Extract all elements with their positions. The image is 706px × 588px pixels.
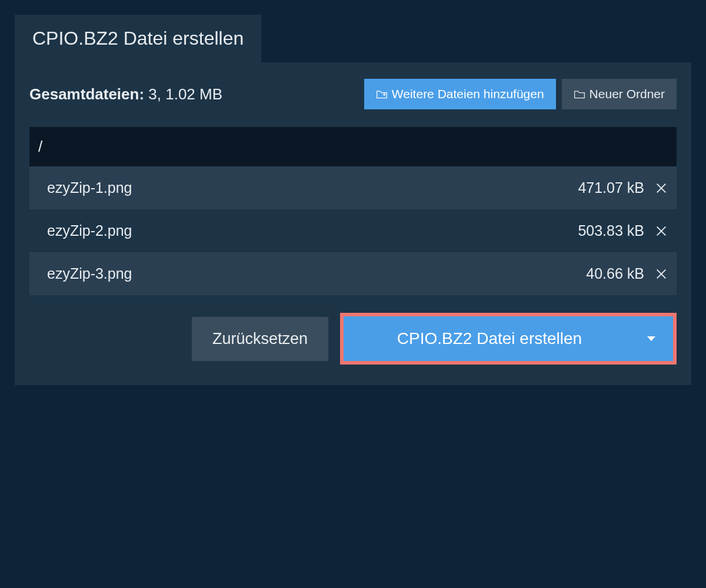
summary-value: 3, 1.02 MB: [148, 85, 222, 103]
folder-icon: [574, 89, 585, 99]
file-size: 503.83 kB: [578, 222, 644, 239]
file-name: ezyZip-2.png: [47, 222, 132, 239]
caret-down-icon: [647, 336, 655, 341]
file-list: / ezyZip-1.png471.07 kBezyZip-2.png503.8…: [29, 127, 677, 295]
close-icon[interactable]: [655, 225, 668, 238]
file-size: 471.07 kB: [578, 179, 644, 196]
file-meta: 471.07 kB: [578, 179, 668, 196]
add-files-button[interactable]: Weitere Dateien hinzufügen: [364, 79, 556, 109]
new-folder-button[interactable]: Neuer Ordner: [562, 79, 677, 109]
file-size: 40.66 kB: [586, 265, 644, 282]
tab-title[interactable]: CPIO.BZ2 Datei erstellen: [15, 15, 261, 62]
create-button-highlight: CPIO.BZ2 Datei erstellen: [340, 313, 677, 365]
create-archive-button[interactable]: CPIO.BZ2 Datei erstellen: [344, 316, 673, 361]
file-name: ezyZip-3.png: [47, 265, 132, 282]
current-path[interactable]: /: [29, 127, 677, 166]
file-summary: Gesamtdateien: 3, 1.02 MB: [29, 85, 222, 103]
summary-label: Gesamtdateien:: [29, 85, 144, 103]
footer-actions: Zurücksetzen CPIO.BZ2 Datei erstellen: [29, 313, 677, 365]
toolbar: Gesamtdateien: 3, 1.02 MB Weitere Dateie…: [29, 79, 677, 109]
create-button-label: CPIO.BZ2 Datei erstellen: [361, 329, 618, 348]
close-icon[interactable]: [655, 182, 668, 195]
reset-button[interactable]: Zurücksetzen: [192, 317, 328, 361]
new-folder-label: Neuer Ordner: [590, 87, 665, 101]
file-name: ezyZip-1.png: [47, 179, 132, 196]
close-icon[interactable]: [655, 268, 668, 280]
file-row[interactable]: ezyZip-3.png40.66 kB: [29, 252, 677, 295]
file-meta: 40.66 kB: [586, 265, 668, 282]
main-panel: Gesamtdateien: 3, 1.02 MB Weitere Dateie…: [15, 62, 691, 385]
file-row[interactable]: ezyZip-2.png503.83 kB: [29, 209, 677, 252]
toolbar-buttons: Weitere Dateien hinzufügen Neuer Ordner: [364, 79, 677, 109]
file-row[interactable]: ezyZip-1.png471.07 kB: [29, 166, 677, 209]
app-container: CPIO.BZ2 Datei erstellen Gesamtdateien: …: [0, 0, 706, 385]
add-files-label: Weitere Dateien hinzufügen: [392, 87, 544, 101]
folder-plus-icon: [376, 89, 388, 99]
file-meta: 503.83 kB: [578, 222, 668, 239]
